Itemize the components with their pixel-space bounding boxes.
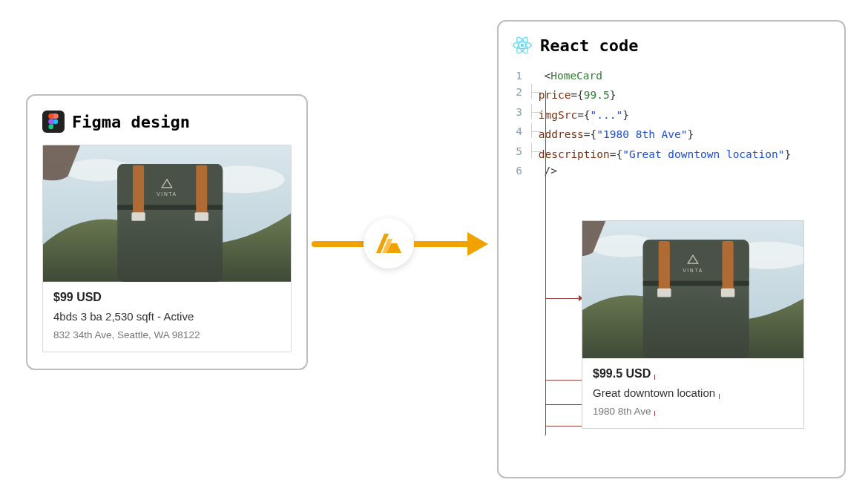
figma-desc: 4bds 3 ba 2,530 sqft - Active	[53, 310, 194, 323]
figma-card-body: $99 USD 4bds 3 ba 2,530 sqft - Active 83…	[43, 282, 291, 352]
react-output-card: $99.5 USD Great downtown location 1980 8…	[582, 220, 804, 429]
product-image	[582, 221, 803, 358]
line-number: 6	[512, 162, 531, 179]
code-line: address={"1980 8th Ave"}	[531, 123, 694, 142]
line-number: 1	[512, 67, 531, 84]
react-header: React code	[512, 35, 834, 56]
react-panel: React code 1 <HomeCard 2 price={99.5} 3 …	[497, 20, 846, 478]
react-addr: 1980 8th Ave	[593, 406, 651, 417]
svg-point-12	[521, 44, 524, 47]
connector-line	[545, 90, 546, 435]
figma-icon	[42, 111, 65, 133]
code-line: />	[531, 162, 557, 179]
react-price: $99.5 USD	[593, 367, 651, 381]
figma-header: Figma design	[42, 111, 292, 133]
code-line: description={"Great downtown location"}	[531, 143, 791, 162]
figma-panel: Figma design $99 USD 4bds 3 ba 2,530 sqf…	[26, 94, 308, 370]
svg-point-11	[53, 119, 59, 125]
code-line: price={99.5}	[531, 84, 617, 103]
react-icon	[512, 35, 533, 56]
figma-price: $99 USD	[53, 291, 102, 304]
react-desc: Great downtown location	[593, 386, 715, 399]
figma-addr: 832 34th Ave, Seattle, WA 98122	[53, 329, 200, 340]
line-number: 5	[512, 143, 531, 162]
line-number: 2	[512, 84, 531, 103]
code-line: <HomeCard	[531, 67, 602, 84]
line-number: 3	[512, 104, 531, 123]
react-card-body: $99.5 USD Great downtown location 1980 8…	[582, 358, 803, 428]
react-title: React code	[540, 36, 638, 55]
line-number: 4	[512, 123, 531, 142]
amplify-icon	[364, 218, 414, 269]
figma-title: Figma design	[72, 113, 190, 131]
code-block: 1 <HomeCard 2 price={99.5} 3 imgSrc={"..…	[512, 67, 834, 180]
figma-card: $99 USD 4bds 3 ba 2,530 sqft - Active 83…	[42, 145, 292, 352]
product-image	[43, 145, 291, 282]
transform-arrow	[312, 223, 497, 267]
